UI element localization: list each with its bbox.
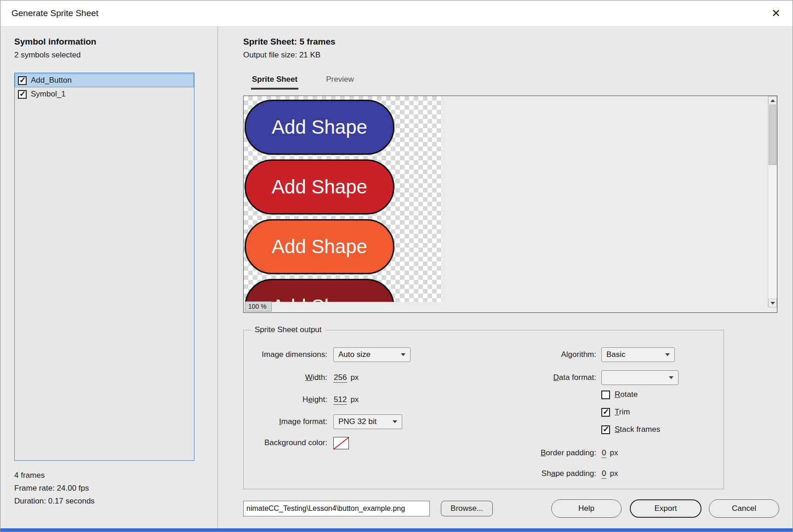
output-path-input[interactable] [243,501,430,516]
scroll-down-button[interactable] [768,299,777,307]
cancel-button[interactable]: Cancel [709,499,779,518]
image-dimensions-value: Auto size [338,350,371,359]
algorithm-select[interactable]: Basic [601,347,675,362]
width-value[interactable]: 256 [333,373,347,383]
symbol-checkbox[interactable] [18,76,27,85]
frame-rate: Frame rate: 24.00 fps [14,482,95,495]
preview-tabs: Sprite Sheet Preview [251,75,355,90]
stack-frames-checkbox[interactable] [601,425,610,434]
symbol-label: Add_Button [31,76,72,85]
generate-sprite-sheet-dialog: Generate Sprite Sheet ✕ Symbol informati… [0,0,793,532]
rotate-checkbox[interactable] [601,391,610,399]
border-padding-value[interactable]: 0 [601,448,606,458]
width-unit: px [350,373,359,382]
sprite-frame-label: Add Shape [272,295,367,302]
help-button[interactable]: Help [551,499,622,518]
image-format-value: PNG 32 bit [338,417,377,426]
export-button[interactable]: Export [630,499,702,518]
symbol-label: Symbol_1 [31,90,66,99]
symbols-selected-count: 2 symbols selected [14,51,81,60]
preview-scrollbar[interactable] [768,96,777,307]
algorithm-value: Basic [606,350,626,359]
title-bar: Generate Sprite Sheet ✕ [0,0,793,27]
dialog-title: Generate Sprite Sheet [0,8,98,18]
chevron-down-icon [393,420,397,423]
symbol-information-heading: Symbol information [14,37,96,47]
trim-label: Trim [615,407,630,417]
stack-frames-label: Stack frames [615,425,660,434]
symbol-list: Add_Button Symbol_1 [14,73,194,461]
tab-sprite-sheet[interactable]: Sprite Sheet [251,75,298,90]
image-format-label: Image format: [245,417,327,426]
algorithm-label: Algorithm: [509,350,596,359]
chevron-down-icon [665,353,670,356]
group-legend: Sprite Sheet output [251,325,325,334]
shape-padding-value[interactable]: 0 [601,469,606,479]
image-dimensions-label: Image dimensions: [245,350,327,359]
sprite-frame-label: Add Shape [272,236,367,258]
data-format-select[interactable] [601,370,679,385]
sprite-frame-3: Add Shape [245,219,394,274]
chevron-down-icon [669,376,673,379]
window-bottom-accent [0,528,793,532]
image-format-select[interactable]: PNG 32 bit [333,414,402,429]
symbol-list-item-add-button[interactable]: Add_Button [15,74,194,87]
height-label: Height: [245,395,327,404]
background-color-label: Background color: [245,438,327,447]
image-dimensions-select[interactable]: Auto size [333,347,411,362]
dialog-footer: Browse... Help Export Cancel [243,499,779,518]
zoom-level: 100 % [245,301,272,311]
arrow-up-icon [770,99,775,102]
panel-divider [217,27,218,528]
arrow-down-icon [770,302,775,305]
symbol-checkbox[interactable] [18,90,27,99]
frames-count: 4 frames [14,469,95,482]
background-color-swatch[interactable] [333,437,349,449]
duration: Duration: 0.17 seconds [14,495,95,508]
dialog-content: Symbol information 2 symbols selected Ad… [0,27,793,528]
symbol-list-item-symbol-1[interactable]: Symbol_1 [15,87,194,101]
browse-button[interactable]: Browse... [441,501,493,516]
sprite-sheet-heading: Sprite Sheet: 5 frames [243,37,336,47]
sprite-frame-1: Add Shape [245,100,394,155]
border-padding-label: Border padding: [509,448,596,458]
trim-checkbox[interactable] [601,408,610,417]
sprite-sheet-preview: Add Shape Add Shape Add Shape Add Shape … [243,96,777,313]
shape-padding-label: Shape padding: [509,469,596,478]
rotate-label: Rotate [615,390,638,399]
shape-padding-unit: px [610,469,618,478]
animation-info: 4 frames Frame rate: 24.00 fps Duration:… [14,469,95,508]
scroll-up-button[interactable] [768,96,777,105]
width-label: Width: [245,373,327,382]
close-icon[interactable]: ✕ [771,8,781,19]
sprite-frame-label: Add Shape [272,116,367,138]
scrollbar-thumb[interactable] [769,105,776,165]
sprite-frame-4: Add Shape [245,279,394,302]
chevron-down-icon [401,353,405,356]
tab-preview[interactable]: Preview [325,75,354,90]
transparency-checkerboard: Add Shape Add Shape Add Shape Add Shape [244,96,442,302]
output-file-size: Output file size: 21 KB [243,51,320,60]
border-padding-unit: px [610,448,618,458]
sprite-frame-label: Add Shape [272,176,367,198]
sprite-frame-2: Add Shape [245,159,394,215]
sprite-sheet-output-group: Sprite Sheet output Image dimensions: Au… [243,330,724,489]
height-unit: px [350,395,359,404]
data-format-label: Data format: [509,373,596,382]
height-value[interactable]: 512 [333,395,347,405]
